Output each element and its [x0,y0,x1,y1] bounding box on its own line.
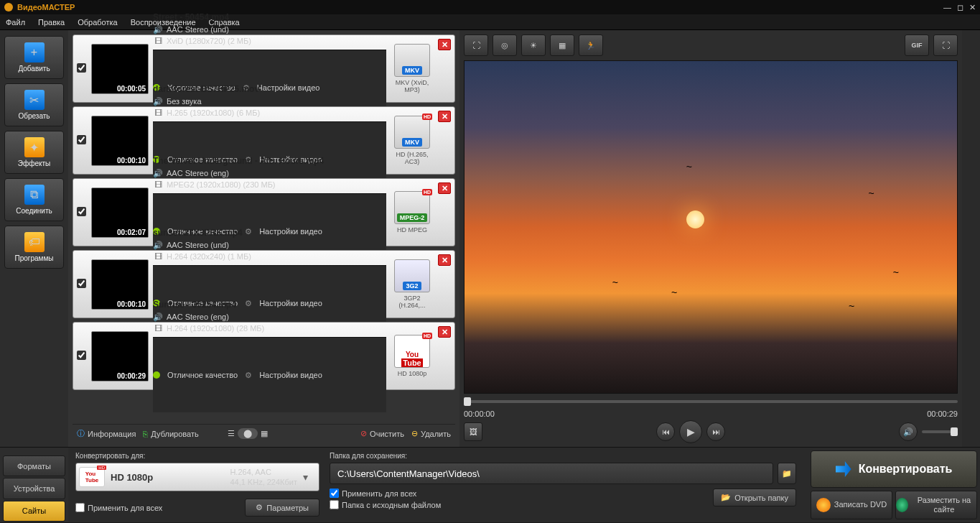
folder-icon: 📁 [782,469,792,478]
file-checkbox[interactable] [77,279,86,288]
effects-button[interactable]: ✦Эффекты [4,131,64,174]
file-checkbox[interactable] [77,207,86,216]
speed-button[interactable]: 🏃 [579,34,603,56]
folder-apply-all[interactable]: Применить для всех [330,489,441,498]
tab-formats[interactable]: Форматы [3,455,65,476]
file-codec: H.264 (1920x1080) (28 МБ) [167,324,264,333]
params-button[interactable]: ⚙Параметры [245,499,319,517]
join-icon: ⧉ [24,185,45,205]
file-audio: AAC Stereo (und) [167,241,229,249]
volume-handle[interactable] [951,427,958,436]
delete-button[interactable]: ⊖Удалить [411,429,451,438]
file-settings-link[interactable]: Настройки видео [259,371,322,379]
remove-file-button[interactable]: ✕ [438,182,451,194]
file-item[interactable]: 00:00:29Sunrise - 35254.mp4🔊AAC Stereo (… [73,322,455,390]
browse-button[interactable]: 📁 [778,463,796,484]
file-format[interactable]: HDMPEG-2HD MPEG [391,191,434,233]
file-format[interactable]: 3G23GP2 (H.264,... [391,259,434,309]
folder-open-icon: 📂 [721,493,731,502]
duplicate-button[interactable]: ⎘Дублировать [143,430,198,438]
format-details: H.264, AAC44,1 KHz, 224Кбит [230,467,297,488]
folder-source[interactable]: Папка с исходным файлом [330,500,441,509]
open-folder-button[interactable]: 📂Открыть папку [713,489,796,506]
file-codec: H.264 (320x240) (1 МБ) [167,252,251,261]
clear-button[interactable]: ⊘Очистить [360,429,404,438]
format-sub: 3GP2 (H.264,... [391,295,434,309]
timeline-handle[interactable] [464,397,471,406]
prev-icon: ⏮ [662,427,670,436]
audio-icon: 🔊 [153,241,163,249]
file-thumbnail[interactable]: 00:00:10 [91,116,149,166]
file-format[interactable]: HDMKVHD (H.265, AC3) [391,116,434,165]
apply-all-checkbox[interactable]: Применить для всех [75,503,162,512]
play-button[interactable]: ▶ [679,420,702,443]
folder-path[interactable]: C:\Users\ContentManager\Videos\ [330,463,773,484]
menu-process[interactable]: Обработка [78,18,117,27]
enhance-button[interactable]: ◎ [493,34,517,56]
volume-button[interactable]: 🔊 [899,422,918,441]
file-audio: AAC Stereo (und) [167,25,229,34]
format-name: HD 1080p [111,472,224,483]
video-icon: 🎞 [153,108,163,117]
next-button[interactable]: ⏭ [706,422,725,441]
action-buttons: Конвертировать Записать DVD Разместить н… [808,448,980,522]
burn-dvd-button[interactable]: Записать DVD [811,491,892,519]
timeline[interactable] [464,397,958,407]
tab-sites[interactable]: Сайты [3,501,65,522]
programs-button[interactable]: 🏷Программы [4,226,64,269]
menu-file[interactable]: Файл [6,18,25,27]
maximize-button[interactable]: ◻ [957,3,963,12]
file-info: Sunrise - 35254.mp4🔊AAC Stereo (eng)🎞H.2… [153,300,386,412]
remove-file-button[interactable]: ✕ [438,254,451,266]
format-select[interactable]: YouTubeHD HD 1080p H.264, AAC44,1 KHz, 2… [75,463,319,491]
minimize-button[interactable]: — [943,3,951,12]
cut-button[interactable]: ✂Обрезать [4,83,64,126]
app-title: ВидеоМАСТЕР [17,3,75,11]
file-thumbnail[interactable]: 00:00:10 [91,259,149,310]
file-thumbnail[interactable]: 00:02:07 [91,188,149,238]
close-button[interactable]: ✕ [969,3,976,12]
view-toggle[interactable]: ☰ ⬤ ▦ [228,428,268,439]
remove-file-button[interactable]: ✕ [438,111,451,122]
convert-button[interactable]: Конвертировать [811,450,977,488]
convert-header: Конвертировать для: [75,452,319,460]
join-button[interactable]: ⧉Соединить [4,178,64,221]
remove-file-button[interactable]: ✕ [438,39,451,50]
clear-icon: ⊘ [360,429,367,438]
file-thumbnail[interactable]: 00:00:29 [91,331,149,381]
file-thumbnail[interactable]: 00:00:05 [91,44,149,94]
fullscreen-button[interactable]: ⛶ [933,34,958,56]
app-logo [4,3,13,11]
prev-button[interactable]: ⏮ [656,422,675,441]
brightness-button[interactable]: ☀ [521,34,546,56]
volume-slider[interactable] [922,430,958,433]
player-controls: 🖼 ⏮ ▶ ⏭ 🔊 [464,421,958,443]
file-checkbox[interactable] [77,135,86,144]
video-preview[interactable]: ~ ~ ~ ~ ~ ~ [464,60,958,394]
publish-button[interactable]: Разместить на сайте [895,491,977,519]
snapshot-button[interactable]: 🖼 [464,422,482,441]
format-sub: HD 1080p [391,370,434,377]
crop-button[interactable]: ⛶ [464,34,488,56]
tag-icon: 🏷 [24,232,45,252]
tab-devices[interactable]: Устройства [3,478,65,499]
file-checkbox[interactable] [77,63,86,73]
video-icon: 🎞 [153,324,163,333]
file-format[interactable]: MKVMKV (XviD, MP3) [391,44,434,93]
filmstrip-button[interactable]: ▦ [550,34,574,56]
info-button[interactable]: ⓘИнформация [77,428,136,439]
file-checkbox[interactable] [77,351,86,360]
file-format[interactable]: HDYouTubeHD 1080p [391,335,434,377]
add-button[interactable]: +Добавить [4,36,64,79]
time-current: 00:00:00 [464,409,495,418]
remove-file-button[interactable]: ✕ [438,326,451,338]
scissors-icon: ✂ [24,90,45,110]
speaker-icon: 🔊 [903,427,913,437]
menu-edit[interactable]: Правка [38,18,65,27]
gif-button[interactable]: GIF [905,34,929,56]
format-sub: HD (H.265, AC3) [391,151,434,165]
file-codec: XviD (1280x720) (2 МБ) [167,37,251,45]
dropdown-icon[interactable]: ▾ [303,471,316,483]
file-name: sunset-2TX3PRK.mp4 [153,228,386,238]
add-icon: + [24,42,45,63]
